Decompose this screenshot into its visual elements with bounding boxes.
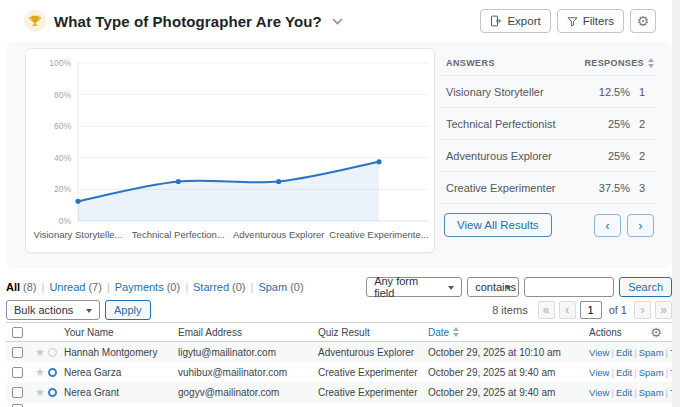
edit-link[interactable]: Edit [616, 387, 632, 398]
answers-footer: View All Results ‹ › [440, 213, 656, 237]
table-row: ★ Hannah Montgomery ligytu@mailinator.co… [6, 342, 672, 362]
star-icon[interactable]: ★ [32, 386, 48, 399]
prev-page-icon: ‹ [565, 303, 569, 317]
view-link[interactable]: View [589, 347, 609, 358]
view-filter-spam[interactable]: Spam(0) [258, 281, 303, 293]
next-question-button[interactable]: › [627, 214, 654, 237]
cell-result: Adventurous Explorer [318, 347, 428, 358]
gear-icon: ⚙ [637, 14, 650, 28]
select-all-checkbox[interactable] [12, 327, 23, 338]
column-header-email: Email Address [178, 327, 318, 338]
filters-button[interactable]: Filters [557, 9, 624, 33]
answer-row: Technical Perfectionist 25% 2 [440, 108, 656, 140]
view-all-results-button[interactable]: View All Results [444, 213, 552, 237]
current-page-input[interactable] [580, 301, 602, 319]
search-input[interactable] [524, 277, 614, 297]
view-link[interactable]: View [589, 367, 609, 378]
read-status-icon[interactable] [48, 388, 57, 397]
export-icon [490, 15, 502, 27]
table-settings-gear-icon[interactable]: ⚙ [650, 325, 662, 340]
view-link[interactable]: All [6, 281, 20, 293]
sort-icon[interactable] [648, 58, 654, 68]
quiz-results-chart: 0%20%40%60%80%100%Visionary Storytelle..… [25, 48, 435, 253]
chart-canvas: 0%20%40%60%80%100%Visionary Storytelle..… [26, 49, 436, 254]
svg-text:80%: 80% [54, 90, 71, 100]
export-button[interactable]: Export [480, 9, 550, 33]
cell-name: Nerea Garza [64, 367, 178, 378]
svg-text:60%: 60% [54, 121, 71, 131]
view-link[interactable]: Payments [115, 281, 164, 293]
field-filter-select[interactable]: Any form field [366, 277, 462, 297]
bulk-actions-select[interactable]: Bulk actions [6, 300, 100, 320]
separator: | [634, 347, 636, 358]
cell-name: Nerea Grant [64, 387, 178, 398]
spam-link[interactable]: Spam [639, 367, 664, 378]
first-page-button[interactable]: « [538, 301, 555, 319]
separator: | [666, 347, 668, 358]
svg-text:Technical Perfection...: Technical Perfection... [132, 229, 225, 240]
answer-label: Technical Perfectionist [446, 118, 586, 130]
separator: | [634, 387, 636, 398]
separator: | [611, 367, 613, 378]
view-filter-unread[interactable]: Unread(7) [49, 281, 102, 293]
edit-link[interactable]: Edit [616, 367, 632, 378]
field-filter-value: Any form field [374, 275, 441, 299]
star-icon[interactable]: ★ [32, 366, 48, 379]
separator: | [185, 281, 188, 293]
row-checkbox[interactable] [12, 347, 23, 358]
view-link[interactable]: View [589, 387, 609, 398]
spam-link[interactable]: Spam [639, 347, 664, 358]
svg-text:20%: 20% [54, 184, 71, 194]
separator: | [611, 387, 613, 398]
view-filter-starred[interactable]: Starred(0) [193, 281, 246, 293]
search-button[interactable]: Search [619, 277, 672, 297]
chevron-down-icon[interactable] [332, 18, 343, 25]
last-page-icon: » [660, 303, 667, 317]
view-filter-payments[interactable]: Payments(0) [115, 281, 180, 293]
svg-text:40%: 40% [54, 153, 71, 163]
edit-link[interactable]: Edit [616, 347, 632, 358]
spam-link[interactable]: Spam [639, 387, 664, 398]
svg-text:Adventurous Explorer: Adventurous Explorer [233, 229, 324, 240]
answer-percent: 25% [586, 118, 630, 130]
view-link[interactable]: Starred [193, 281, 229, 293]
read-status-icon[interactable] [48, 368, 57, 377]
cell-result: Creative Experimenter [318, 367, 428, 378]
row-checkbox[interactable] [12, 367, 23, 378]
read-status-icon[interactable] [48, 348, 57, 357]
separator: | [251, 281, 254, 293]
svg-text:100%: 100% [49, 58, 71, 68]
star-icon[interactable]: ★ [32, 346, 48, 359]
row-actions: View|Edit|Spam|Trash [589, 387, 672, 398]
last-page-button[interactable]: » [655, 301, 672, 319]
cell-result: Creative Experimenter [318, 387, 428, 398]
column-header-result: Quiz Result [318, 327, 428, 338]
comparison-select[interactable]: contains [467, 277, 519, 297]
sort-icon [453, 327, 459, 337]
cell-date: October 29, 2025 at 9:40 am [428, 367, 589, 378]
prev-question-button[interactable]: ‹ [594, 214, 621, 237]
answers-column-header: ANSWERS [446, 58, 495, 68]
view-count: (0) [290, 281, 303, 293]
prev-page-button[interactable]: ‹ [559, 301, 576, 319]
cell-email: ligytu@mailinator.com [178, 347, 318, 358]
answer-label: Adventurous Explorer [446, 150, 586, 162]
next-page-button[interactable]: › [634, 301, 651, 319]
row-checkbox[interactable] [12, 387, 23, 398]
view-link[interactable]: Spam [258, 281, 287, 293]
answers-panel: ANSWERS RESPONSES Visionary Storyteller … [440, 50, 656, 237]
cell-email: vuhibux@mailinator.com [178, 367, 318, 378]
column-header-date[interactable]: Date [428, 327, 589, 338]
answer-percent: 25% [586, 150, 630, 162]
separator: | [666, 387, 668, 398]
view-filter-all[interactable]: All(8) [6, 281, 37, 293]
answer-row: Visionary Storyteller 12.5% 1 [440, 76, 656, 108]
bulk-actions-value: Bulk actions [14, 304, 73, 316]
comparison-value: contains [475, 281, 516, 293]
view-link[interactable]: Unread [49, 281, 85, 293]
apply-button[interactable]: Apply [105, 300, 151, 320]
next-page-icon: › [641, 303, 645, 317]
answer-percent: 12.5% [586, 86, 630, 98]
view-count: (0) [232, 281, 245, 293]
settings-button[interactable]: ⚙ [630, 9, 656, 33]
